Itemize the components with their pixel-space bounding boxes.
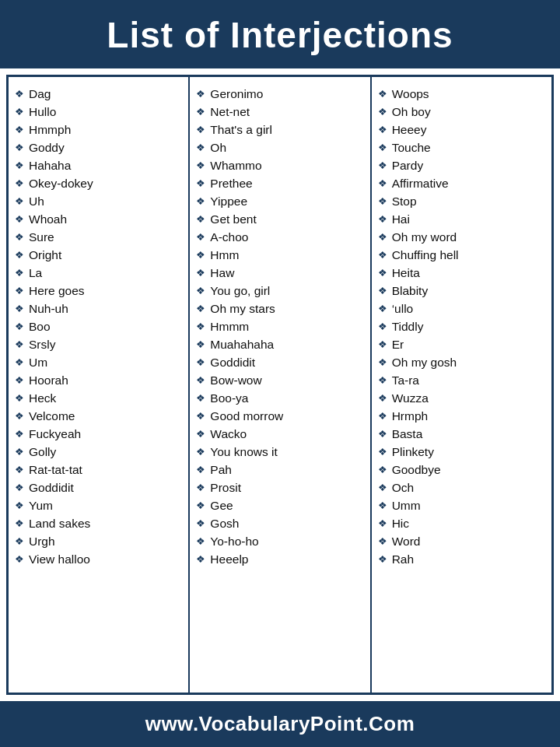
list-item: Ta-ra xyxy=(378,371,545,389)
list-item: Uh xyxy=(15,192,182,210)
list-item: ‘ullo xyxy=(378,300,545,317)
list-item: Oh my word xyxy=(378,228,545,246)
list-item: Yum xyxy=(15,496,182,514)
column-3: WoopsOh boyHeeeyTouchePardyAffirmativeSt… xyxy=(372,77,551,693)
list-item: Here goes xyxy=(15,282,182,300)
list-item: Hoorah xyxy=(15,371,182,389)
list-item: Woops xyxy=(378,85,545,103)
list-item: Whammo xyxy=(196,156,363,174)
list-item: Affirmative xyxy=(378,174,545,192)
list-item: Chuffing hell xyxy=(378,246,545,264)
list-item: Rah xyxy=(378,550,545,568)
list-item: Bow-wow xyxy=(196,371,363,389)
footer-text: www.VocabularyPoint.Com xyxy=(145,712,415,735)
list-item: You knows it xyxy=(196,443,363,461)
list-item: Wacko xyxy=(196,425,363,443)
list-item: Muahahaha xyxy=(196,335,363,353)
list-item: Goddy xyxy=(15,139,182,156)
list-item: Pah xyxy=(196,461,363,479)
list-item: Plinkety xyxy=(378,443,545,461)
list-item: Yippee xyxy=(196,192,363,210)
list-item: Blabity xyxy=(378,282,545,300)
list-item: Heeelp xyxy=(196,550,363,568)
list-item: Hmmm xyxy=(196,317,363,335)
list-item: Hmm xyxy=(196,246,363,264)
list-item: Whoah xyxy=(15,210,182,228)
main-content: DagHulloHmmphGoddyHahahaOkey-dokeyUhWhoa… xyxy=(6,75,554,695)
list-item: Srsly xyxy=(15,335,182,353)
list-item: Heck xyxy=(15,389,182,407)
list-item: Hic xyxy=(378,514,545,532)
list-item: Oh my stars xyxy=(196,300,363,317)
list-item: Boo-ya xyxy=(196,389,363,407)
list-item: Touche xyxy=(378,139,545,156)
page-footer: www.VocabularyPoint.Com xyxy=(0,701,560,747)
list-item: Velcome xyxy=(15,407,182,425)
list-item: Pardy xyxy=(378,156,545,174)
list-item: Haw xyxy=(196,264,363,282)
list-item: Gee xyxy=(196,496,363,514)
column-2: GeronimoNet-netThat's a girlOhWhammoPret… xyxy=(190,77,371,693)
list-item: Land sakes xyxy=(15,514,182,532)
list-item: Fuckyeah xyxy=(15,425,182,443)
column-1-list: DagHulloHmmphGoddyHahahaOkey-dokeyUhWhoa… xyxy=(15,85,182,568)
list-item: Basta xyxy=(378,425,545,443)
list-item: Oh my gosh xyxy=(378,353,545,371)
list-item: Um xyxy=(15,353,182,371)
list-item: Sure xyxy=(15,228,182,246)
list-item: Tiddly xyxy=(378,317,545,335)
list-item: La xyxy=(15,264,182,282)
column-1: DagHulloHmmphGoddyHahahaOkey-dokeyUhWhoa… xyxy=(9,77,190,693)
list-item: Wuzza xyxy=(378,389,545,407)
list-item: Yo-ho-ho xyxy=(196,532,363,550)
list-item: Golly xyxy=(15,443,182,461)
list-item: Umm xyxy=(378,496,545,514)
list-item: Heita xyxy=(378,264,545,282)
list-item: Hullo xyxy=(15,103,182,121)
list-item: A-choo xyxy=(196,228,363,246)
list-item: Rat-tat-tat xyxy=(15,461,182,479)
list-item: Gosh xyxy=(196,514,363,532)
list-item: Oright xyxy=(15,246,182,264)
list-item: Prosit xyxy=(196,479,363,496)
list-item: You go, girl xyxy=(196,282,363,300)
list-item: Word xyxy=(378,532,545,550)
list-item: That's a girl xyxy=(196,121,363,139)
list-item: Get bent xyxy=(196,210,363,228)
list-item: Stop xyxy=(378,192,545,210)
list-item: Good morrow xyxy=(196,407,363,425)
list-item: Hahaha xyxy=(15,156,182,174)
list-item: Goddidit xyxy=(196,353,363,371)
list-item: Oh boy xyxy=(378,103,545,121)
list-item: Oh xyxy=(196,139,363,156)
list-item: View halloo xyxy=(15,550,182,568)
page-header: List of Interjections xyxy=(0,0,560,68)
list-item: Urgh xyxy=(15,532,182,550)
page-title: List of Interjections xyxy=(8,14,552,56)
column-2-list: GeronimoNet-netThat's a girlOhWhammoPret… xyxy=(196,85,363,568)
list-item: Prethee xyxy=(196,174,363,192)
list-item: Goodbye xyxy=(378,461,545,479)
list-item: Hrmph xyxy=(378,407,545,425)
list-item: Heeey xyxy=(378,121,545,139)
list-item: Goddidit xyxy=(15,479,182,496)
list-item: Er xyxy=(378,335,545,353)
list-item: Net-net xyxy=(196,103,363,121)
list-item: Hai xyxy=(378,210,545,228)
list-item: Geronimo xyxy=(196,85,363,103)
list-item: Okey-dokey xyxy=(15,174,182,192)
list-item: Boo xyxy=(15,317,182,335)
list-item: Dag xyxy=(15,85,182,103)
list-item: Nuh-uh xyxy=(15,300,182,317)
column-3-list: WoopsOh boyHeeeyTouchePardyAffirmativeSt… xyxy=(378,85,545,568)
list-item: Och xyxy=(378,479,545,496)
list-item: Hmmph xyxy=(15,121,182,139)
